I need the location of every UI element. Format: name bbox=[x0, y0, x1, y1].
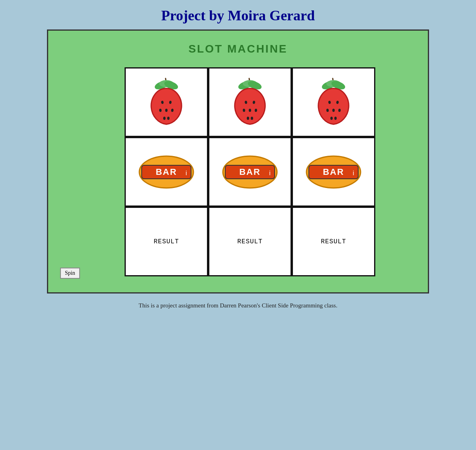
page-title: Project by Moira Gerard bbox=[0, 0, 476, 29]
svg-point-9 bbox=[163, 117, 166, 120]
svg-point-32 bbox=[334, 117, 337, 120]
slot-cell-r1-c3 bbox=[292, 67, 375, 137]
result-label-1: RESULT bbox=[154, 238, 179, 245]
bar-icon: BAR i bbox=[218, 154, 282, 190]
slot-machine-container: SLOT MACHINE Spin bbox=[47, 29, 429, 293]
bar-icon: BAR i bbox=[302, 154, 365, 190]
result-label-2: RESULT bbox=[237, 238, 263, 245]
svg-text:BAR: BAR bbox=[156, 167, 177, 177]
svg-text:BAR: BAR bbox=[239, 167, 261, 177]
bar-icon: BAR i bbox=[135, 154, 198, 190]
svg-text:BAR: BAR bbox=[323, 167, 344, 177]
svg-point-6 bbox=[165, 109, 168, 112]
slot-cell-r1-c1 bbox=[125, 67, 208, 137]
svg-point-17 bbox=[249, 109, 251, 112]
svg-point-31 bbox=[330, 117, 333, 120]
slot-cell-r3-c2: RESULT bbox=[208, 207, 292, 276]
slot-cell-r3-c3: RESULT bbox=[292, 207, 375, 276]
strawberry-icon bbox=[226, 76, 274, 128]
slot-cell-r2-c3: BAR i bbox=[292, 137, 375, 207]
slot-cell-r3-c1: RESULT bbox=[125, 207, 208, 276]
result-label-3: RESULT bbox=[321, 238, 346, 245]
svg-point-21 bbox=[251, 117, 253, 120]
slot-machine-title: SLOT MACHINE bbox=[56, 43, 420, 55]
svg-text:i: i bbox=[185, 170, 187, 176]
footer-text: This is a project assignment from Darren… bbox=[0, 302, 476, 309]
svg-point-20 bbox=[247, 117, 249, 120]
strawberry-icon bbox=[310, 76, 357, 128]
slots-grid: BAR i BAR i BAR i RESULT bbox=[80, 67, 420, 276]
slot-cell-r1-c2 bbox=[208, 67, 292, 137]
svg-point-10 bbox=[167, 117, 170, 120]
svg-point-28 bbox=[332, 109, 335, 112]
slot-cell-r2-c1: BAR i bbox=[125, 137, 208, 207]
svg-text:i: i bbox=[353, 170, 354, 176]
svg-text:i: i bbox=[269, 170, 271, 176]
spin-button[interactable]: Spin bbox=[60, 268, 80, 279]
slot-cell-r2-c2: BAR i bbox=[208, 137, 292, 207]
strawberry-icon bbox=[142, 76, 190, 128]
